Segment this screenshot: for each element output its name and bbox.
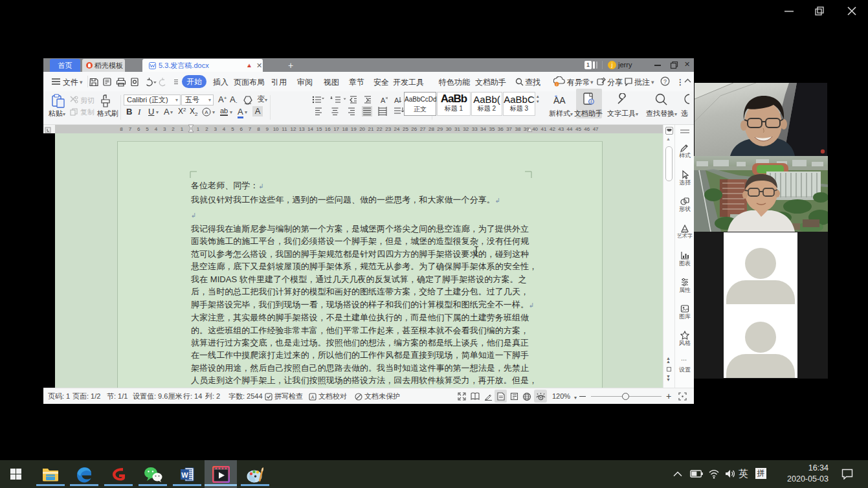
svg-text:?: ? bbox=[663, 78, 667, 85]
svg-text:W: W bbox=[181, 471, 188, 479]
svg-text:A: A bbox=[311, 395, 315, 399]
svg-text:A: A bbox=[394, 96, 399, 104]
svg-text:A: A bbox=[205, 109, 208, 115]
svg-text:A: A bbox=[381, 96, 386, 104]
